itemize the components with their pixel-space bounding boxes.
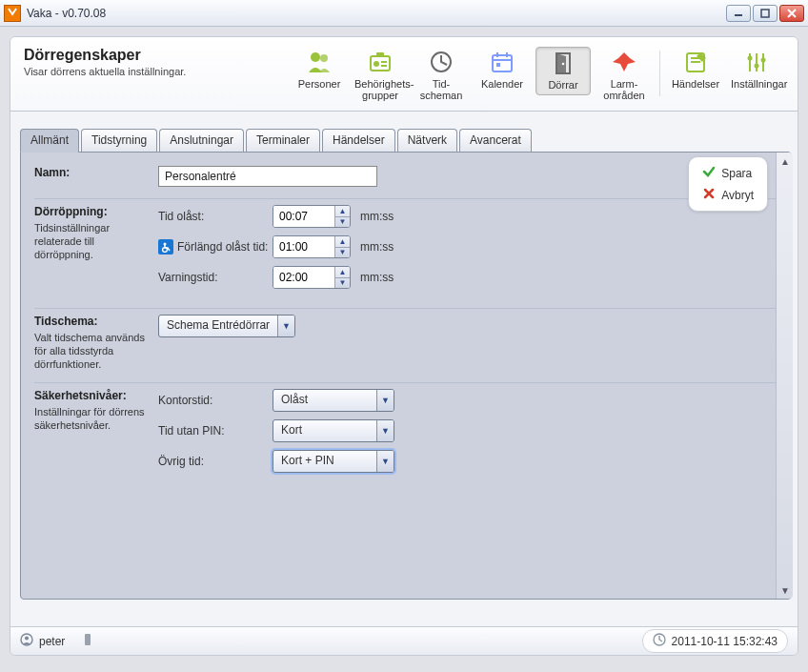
user-icon [20,633,33,649]
svg-point-24 [755,64,759,69]
svg-rect-4 [371,56,390,71]
status-user: peter [20,633,65,649]
door-icon [548,50,578,76]
wheelchair-icon [158,239,173,255]
varning-unit: mm:ss [360,271,394,284]
ribbon-header: Dörregenskaper Visar dörrens aktuella in… [10,37,798,112]
tab-strip: AllmäntTidstyrningAnslutningarTerminaler… [20,129,792,152]
notes-icon [680,49,711,75]
svg-point-25 [761,58,766,63]
svg-rect-1 [761,10,769,17]
scroll-down-icon[interactable]: ▼ [777,581,794,599]
scrollbar[interactable]: ▲ ▼ [776,153,793,599]
kontorstid-label: Kontorstid: [158,394,212,407]
tab-allmant[interactable]: Allmänt [20,129,79,152]
app-logo-icon [4,5,21,22]
toolbar-personer[interactable]: Personer [292,47,347,93]
sakerhet-label: Säkerhetsnivåer: [34,389,151,402]
sakerhet-desc: Inställningar för dörrens säkerhetsnivåe… [34,406,151,433]
spin-up-icon[interactable]: ▲ [335,267,350,278]
sliders-icon [741,49,772,75]
name-input[interactable] [158,166,377,187]
toolbar-label: Behörighets- grupper [354,78,406,101]
chevron-down-icon[interactable]: ▼ [376,390,394,411]
svg-rect-10 [493,55,512,71]
tab-panel-allmant: ▲ ▼ Spara Av [20,152,792,600]
svg-point-6 [374,61,379,67]
forlangd-unit: mm:ss [360,240,394,254]
ovrig-tid-label: Övrig tid: [158,455,204,468]
window-title: Vaka - v0.70.08 [27,7,726,20]
cross-icon [702,187,716,203]
calendar-icon [487,49,517,75]
toolbar-handelser[interactable]: Händelser [668,47,723,93]
svg-point-16 [562,63,565,66]
spin-up-icon[interactable]: ▲ [335,206,350,217]
varning-spinner[interactable]: ▲▼ [273,266,351,289]
page-title: Dörregenskaper [24,47,292,64]
toolbar-kalender[interactable]: Kalender [475,47,530,93]
tidschema-select[interactable]: Schema Entrédörrar ▼ [158,315,295,337]
forlangd-label: Förlängd olåst tid: [177,240,268,254]
status-user-name: peter [39,635,65,648]
page-subtitle: Visar dörrens aktuella inställningar. [24,66,292,77]
ovrig-tid-select[interactable]: Kort + PIN ▼ [273,450,394,473]
tid-utan-pin-value: Kort [273,420,376,441]
varning-label: Varningstid: [158,271,217,284]
tab-terminaler[interactable]: Terminaler [246,129,320,152]
spin-down-icon[interactable]: ▼ [335,217,350,228]
toolbar-label: Tid- scheman [415,78,467,101]
status-device-icon [82,633,93,649]
toolbar-label: Larm- områden [598,78,650,101]
tab-handelser2[interactable]: Händelser [322,129,395,152]
minimize-button[interactable] [726,5,751,22]
tidschema-value: Schema Entrédörrar [159,316,277,336]
tid-olast-input[interactable] [273,206,334,227]
svg-point-29 [25,637,29,641]
kontorstid-value: Olåst [273,390,376,411]
scroll-up-icon[interactable]: ▲ [777,153,794,170]
tab-tidstyrning[interactable]: Tidstyrning [81,129,157,152]
status-clock: 2011-10-11 15:32:43 [642,629,788,653]
tab-avancerat[interactable]: Avancerat [459,129,532,152]
toolbar: PersonerBehörighets- grupperTid- scheman… [292,47,784,105]
toolbar-label: Personer [293,78,345,90]
forlangd-input[interactable] [273,236,334,257]
kontorstid-select[interactable]: Olåst ▼ [273,389,394,412]
tid-utan-pin-select[interactable]: Kort ▼ [273,419,394,442]
toolbar-dorrar[interactable]: Dörrar [535,47,591,95]
tid-utan-pin-label: Tid utan PIN: [158,424,225,438]
spin-down-icon[interactable]: ▼ [335,248,350,258]
cancel-label: Avbryt [721,189,754,202]
row-varningstid: Varningstid: ▲▼ mm:ss [158,266,778,289]
tab-natverk[interactable]: Nätverk [397,129,457,152]
chevron-down-icon[interactable]: ▼ [376,420,394,441]
section-sakerhet: Säkerhetsnivåer: Inställningar för dörre… [34,382,778,492]
spin-down-icon[interactable]: ▼ [335,278,350,289]
toolbar-larm[interactable]: Larm- områden [596,47,652,105]
badge-icon [365,49,395,75]
action-panel: Spara Avbryt [688,156,768,212]
toolbar-installningar[interactable]: Inställningar [729,47,784,93]
spin-up-icon[interactable]: ▲ [335,236,350,248]
toolbar-tidscheman[interactable]: Tid- scheman [414,47,469,105]
toolbar-label: Kalender [476,78,528,90]
maximize-button[interactable] [753,5,778,22]
toolbar-label: Inställningar [731,78,782,90]
clock-icon [653,633,666,649]
toolbar-label: Dörrar [538,79,588,91]
row-kontorstid: Kontorstid: Olåst ▼ [158,389,778,412]
clock-icon [426,49,456,75]
close-button[interactable] [779,5,804,22]
toolbar-behorighet[interactable]: Behörighets- grupper [353,47,408,105]
check-icon [702,165,716,181]
cancel-button[interactable]: Avbryt [702,187,754,203]
chevron-down-icon[interactable]: ▼ [376,451,394,472]
forlangd-spinner[interactable]: ▲▼ [273,235,351,258]
tab-anslutningar[interactable]: Anslutningar [159,129,244,152]
varning-input[interactable] [273,267,334,288]
tid-olast-spinner[interactable]: ▲▼ [273,205,351,228]
toolbar-label: Händelser [670,78,721,90]
chevron-down-icon[interactable]: ▼ [277,316,294,336]
save-button[interactable]: Spara [702,165,754,181]
